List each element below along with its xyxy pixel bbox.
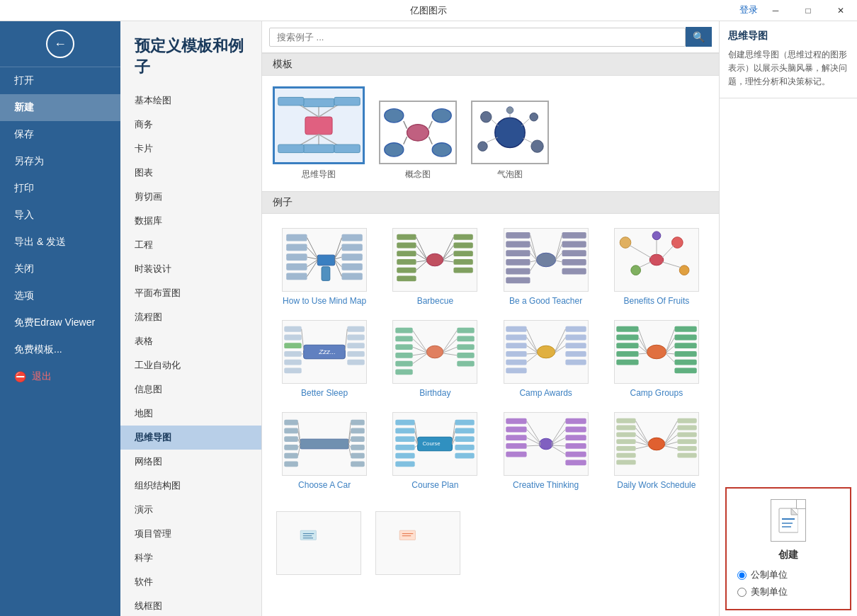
unit-metric-option[interactable]: 公制单位 <box>737 569 839 581</box>
example-label-courseplan[interactable]: Course Plan <box>412 480 458 490</box>
svg-line-20 <box>404 137 407 144</box>
example-label-creative[interactable]: Creative Thinking <box>513 480 579 490</box>
cat-infographic[interactable]: 信息图 <box>120 377 261 401</box>
template-mindmap[interactable]: 思维导图 <box>273 86 365 181</box>
example-label-bettersleep[interactable]: Better Sleep <box>301 388 348 398</box>
svg-rect-173 <box>674 343 696 348</box>
svg-point-55 <box>427 253 443 266</box>
cat-wireframe[interactable]: 线框图 <box>120 594 261 616</box>
template-bubble[interactable]: 气泡图 <box>471 101 549 181</box>
sidebar-item-templates[interactable]: 免费模板... <box>0 336 120 363</box>
search-button[interactable]: 🔍 <box>686 27 712 47</box>
example-label-groups[interactable]: Camp Groups <box>630 388 683 398</box>
cat-business[interactable]: 商务 <box>120 113 261 137</box>
example-more2[interactable] <box>368 504 467 582</box>
example-creative[interactable]: Creative Thinking <box>491 405 601 497</box>
cat-science[interactable]: 科学 <box>120 546 261 570</box>
cat-software[interactable]: 软件 <box>120 570 261 594</box>
sidebar-item-options[interactable]: 选项 <box>0 283 120 309</box>
example-label-dailywork[interactable]: Daily Work Schedule <box>617 480 696 490</box>
sidebar-item-open[interactable]: 打开 <box>0 67 120 94</box>
search-input[interactable] <box>269 28 686 47</box>
svg-point-27 <box>506 106 513 113</box>
minimize-button[interactable]: ─ <box>759 0 792 21</box>
svg-line-19 <box>428 121 432 129</box>
svg-rect-131 <box>458 328 475 333</box>
example-courseplan[interactable]: Course Course Plan <box>380 405 490 497</box>
example-label-barbecue[interactable]: Barbecue <box>417 296 453 306</box>
maximize-button[interactable]: □ <box>792 0 824 21</box>
template-concept[interactable]: 概念图 <box>379 101 457 181</box>
example-barbecue[interactable]: Barbecue <box>380 221 490 313</box>
cat-chart[interactable]: 图表 <box>120 161 261 185</box>
cat-table[interactable]: 表格 <box>120 329 261 353</box>
svg-line-244 <box>526 445 540 446</box>
example-thumb-more2 <box>375 511 460 575</box>
unit-imperial-option[interactable]: 美制单位 <box>737 586 839 598</box>
cat-presentation[interactable]: 演示 <box>120 498 261 522</box>
example-thumb-bettersleep: Zzz... <box>282 320 367 384</box>
example-label-awards[interactable]: Camp Awards <box>519 388 572 398</box>
example-choosecar[interactable]: Choose A Car <box>269 405 380 497</box>
sidebar-item-print[interactable]: 打印 <box>0 175 120 202</box>
cat-project[interactable]: 项目管理 <box>120 522 261 546</box>
cat-floorplan[interactable]: 平面布置图 <box>120 281 261 305</box>
svg-rect-234 <box>506 452 526 457</box>
cat-fashion[interactable]: 时装设计 <box>120 257 261 281</box>
svg-point-24 <box>530 113 538 121</box>
example-goodteacher[interactable]: Be a Good Teacher <box>491 221 601 313</box>
example-label-choosecar[interactable]: Choose A Car <box>298 480 351 490</box>
sidebar-item-import[interactable]: 导入 <box>0 202 120 229</box>
cat-card[interactable]: 卡片 <box>120 137 261 161</box>
back-button[interactable]: ← <box>46 30 74 58</box>
example-awards[interactable]: Camp Awards <box>491 313 601 405</box>
example-label-fruits[interactable]: Benefits Of Fruits <box>624 296 690 306</box>
example-bettersleep[interactable]: Zzz... Better Sleep <box>269 313 380 405</box>
example-dailywork[interactable]: Daily Work Schedule <box>601 405 712 497</box>
example-howto[interactable]: How to Use Mind Map <box>269 221 380 313</box>
example-fruits[interactable]: Benefits Of Fruits <box>601 221 712 313</box>
svg-rect-79 <box>506 250 530 256</box>
cat-clipart[interactable]: 剪切画 <box>120 185 261 209</box>
example-label-goodteacher[interactable]: Be a Good Teacher <box>509 296 582 306</box>
unit-options: 公制单位 美制单位 <box>737 569 839 598</box>
create-button[interactable]: 创建 <box>778 549 798 561</box>
template-thumb-concept <box>379 101 457 164</box>
example-groups[interactable]: Camp Groups <box>601 313 712 405</box>
cat-database[interactable]: 数据库 <box>120 209 261 233</box>
example-label-howto[interactable]: How to Use Mind Map <box>283 296 366 306</box>
cat-mindmap[interactable]: 思维导图 <box>120 426 261 450</box>
sidebar-item-saveas[interactable]: 另存为 <box>0 148 120 175</box>
sidebar-item-export[interactable]: 导出 & 发送 <box>0 229 120 256</box>
close-button[interactable]: ✕ <box>824 0 857 21</box>
svg-line-30 <box>487 137 497 142</box>
cat-flowchart[interactable]: 流程图 <box>120 305 261 329</box>
unit-metric-radio[interactable] <box>737 571 747 580</box>
login-button[interactable]: 登录 <box>739 4 758 16</box>
svg-line-268 <box>636 446 649 449</box>
unit-imperial-radio[interactable] <box>737 588 747 597</box>
svg-point-17 <box>432 142 451 156</box>
example-birthday[interactable]: Birthday <box>380 313 490 405</box>
cat-engineering[interactable]: 工程 <box>120 233 261 257</box>
sidebar-item-viewer[interactable]: 免费Edraw Viewer <box>0 309 120 336</box>
sidebar-item-exit[interactable]: ⛔ 退出 <box>0 363 120 390</box>
cat-map[interactable]: 地图 <box>120 401 261 426</box>
cat-basic[interactable]: 基本绘图 <box>120 89 261 113</box>
sidebar-item-new[interactable]: 新建 <box>0 94 120 121</box>
cat-network[interactable]: 网络图 <box>120 450 261 474</box>
svg-rect-251 <box>616 418 635 423</box>
example-thumb-courseplan: Course <box>392 412 477 476</box>
example-more1[interactable] <box>269 504 368 582</box>
cat-industrial[interactable]: 工业自动化 <box>120 353 261 377</box>
example-label-birthday[interactable]: Birthday <box>419 388 450 398</box>
svg-rect-56 <box>397 234 416 240</box>
svg-rect-150 <box>506 360 526 365</box>
back-area: ← <box>0 21 120 67</box>
cat-org[interactable]: 组织结构图 <box>120 474 261 498</box>
svg-rect-54 <box>322 267 330 281</box>
svg-line-92 <box>530 261 536 271</box>
sidebar-item-close[interactable]: 关闭 <box>0 256 120 283</box>
sidebar-item-save[interactable]: 保存 <box>0 121 120 148</box>
example-thumb-dailywork <box>614 412 699 476</box>
